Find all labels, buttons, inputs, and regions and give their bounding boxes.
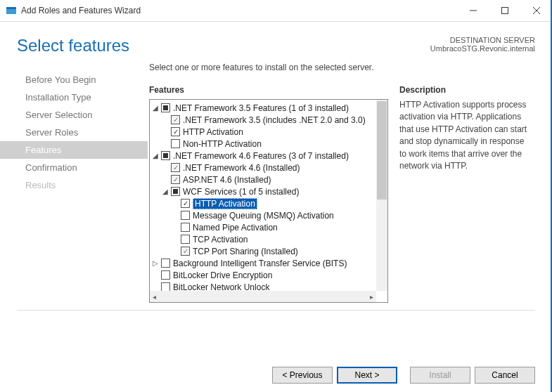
tree-item[interactable]: HTTP Activation xyxy=(183,127,243,137)
checkbox-empty[interactable] xyxy=(181,223,190,232)
features-label: Features xyxy=(149,85,388,95)
maximize-button[interactable] xyxy=(489,0,520,21)
features-tree[interactable]: ◢.NET Framework 3.5 Features (1 of 3 ins… xyxy=(149,99,388,303)
tree-item-selected[interactable]: HTTP Activation xyxy=(193,198,257,209)
checkbox-checked[interactable] xyxy=(171,127,180,136)
instruction-text: Select one or more features to install o… xyxy=(149,63,546,72)
minimize-button[interactable] xyxy=(457,0,489,21)
tree-item[interactable]: Background Intelligent Transfer Service … xyxy=(173,259,347,268)
checkbox-empty[interactable] xyxy=(161,270,170,280)
tree-item[interactable]: BitLocker Drive Encryption xyxy=(173,270,272,280)
checkbox-empty[interactable] xyxy=(161,259,170,268)
collapse-icon[interactable]: ◢ xyxy=(151,152,160,159)
description-label: Description xyxy=(399,85,533,95)
checkbox-empty[interactable] xyxy=(171,139,180,148)
svg-rect-3 xyxy=(501,8,508,14)
collapse-icon[interactable]: ◢ xyxy=(161,188,169,195)
description-text: HTTP Activation supports process activat… xyxy=(399,99,533,172)
checkbox-partial[interactable] xyxy=(161,103,170,112)
titlebar: Add Roles and Features Wizard xyxy=(0,0,552,21)
install-button: Install xyxy=(410,367,470,384)
tree-item[interactable]: Message Queuing (MSMQ) Activation xyxy=(193,211,334,221)
destination-value: UmbracoSTG.Revonic.internal xyxy=(430,44,535,53)
nav-features[interactable]: Features xyxy=(0,141,148,159)
tree-item[interactable]: ASP.NET 4.6 (Installed) xyxy=(183,175,271,185)
checkbox-checked-disabled[interactable] xyxy=(171,163,180,172)
tree-item[interactable]: .NET Framework 3.5 Features (1 of 3 inst… xyxy=(173,103,349,113)
destination-block: DESTINATION SERVER UmbracoSTG.Revonic.in… xyxy=(430,36,535,53)
tree-item[interactable]: .NET Framework 4.6 (Installed) xyxy=(183,163,300,173)
next-button[interactable]: Next > xyxy=(337,367,397,384)
close-button[interactable] xyxy=(520,0,552,21)
previous-button[interactable]: < Previous xyxy=(272,367,333,384)
nav-installation-type[interactable]: Installation Type xyxy=(0,89,148,106)
nav-results: Results xyxy=(0,176,148,194)
checkbox-checked-disabled[interactable] xyxy=(171,175,180,184)
wizard-nav: Before You Begin Installation Type Serve… xyxy=(0,63,148,303)
nav-server-selection[interactable]: Server Selection xyxy=(0,106,148,124)
app-icon xyxy=(6,5,17,16)
horizontal-scrollbar[interactable]: ◂▸ xyxy=(150,291,376,302)
wizard-footer: < Previous Next > Install Cancel xyxy=(0,367,552,384)
tree-item[interactable]: Non-HTTP Activation xyxy=(183,139,262,149)
scroll-left-icon[interactable]: ◂ xyxy=(153,293,156,301)
checkbox-checked-disabled[interactable] xyxy=(181,247,190,256)
nav-before-you-begin[interactable]: Before You Begin xyxy=(0,71,148,89)
vertical-scrollbar[interactable] xyxy=(376,100,387,291)
window-title: Add Roles and Features Wizard xyxy=(21,6,141,15)
expand-icon[interactable]: ▷ xyxy=(151,259,160,267)
page-title: Select features xyxy=(17,36,129,55)
tree-item[interactable]: TCP Activation xyxy=(193,235,248,244)
checkbox-empty[interactable] xyxy=(161,282,170,291)
tree-item[interactable]: BitLocker Network Unlock xyxy=(173,282,269,292)
tree-item[interactable]: WCF Services (1 of 5 installed) xyxy=(183,187,299,197)
checkbox-checked[interactable] xyxy=(181,199,190,208)
checkbox-checked-disabled[interactable] xyxy=(171,115,180,124)
checkbox-partial[interactable] xyxy=(171,187,180,196)
checkbox-empty[interactable] xyxy=(181,235,190,244)
cancel-button[interactable]: Cancel xyxy=(475,367,535,384)
tree-item[interactable]: .NET Framework 4.6 Features (3 of 7 inst… xyxy=(173,151,349,161)
tree-item[interactable]: Named Pipe Activation xyxy=(193,223,278,233)
collapse-icon[interactable]: ◢ xyxy=(151,104,160,112)
nav-server-roles[interactable]: Server Roles xyxy=(0,124,148,141)
tree-item[interactable]: TCP Port Sharing (Installed) xyxy=(193,247,298,256)
tree-item[interactable]: .NET Framework 3.5 (includes .NET 2.0 an… xyxy=(183,115,366,125)
checkbox-empty[interactable] xyxy=(181,211,190,220)
svg-rect-1 xyxy=(6,7,16,9)
checkbox-partial[interactable] xyxy=(161,151,170,160)
destination-label: DESTINATION SERVER xyxy=(430,36,535,44)
scroll-right-icon[interactable]: ▸ xyxy=(370,293,373,301)
nav-confirmation[interactable]: Confirmation xyxy=(0,159,148,176)
